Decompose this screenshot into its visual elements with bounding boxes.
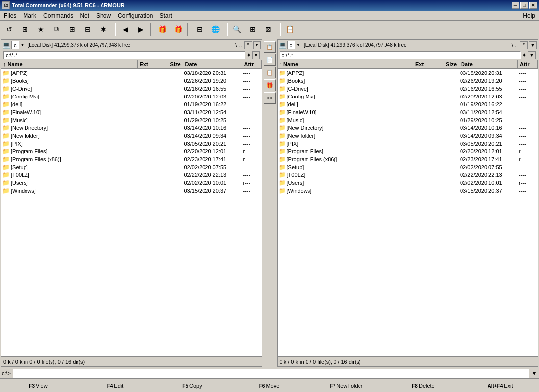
tb-layout-btn[interactable]: ⊞ <box>65 23 79 36</box>
table-row[interactable]: 📁[T00LZ] 02/22/2020 22:13 ---- <box>1 171 262 179</box>
table-row[interactable]: 📁[FinaleW.10] 03/11/2020 12:54 ---- <box>278 108 538 116</box>
menu-commands[interactable]: Commands <box>40 12 76 20</box>
table-row[interactable]: 📁[APPZ] 03/18/2020 20:31 ---- <box>278 69 538 77</box>
left-col-attr[interactable]: Attr <box>242 60 262 68</box>
ms-mail-btn[interactable]: ✉ <box>264 92 276 104</box>
table-row[interactable]: 📁[New folder] 03/14/2020 09:34 ---- <box>278 132 538 140</box>
ms-copy2-btn[interactable]: 📋 <box>264 67 276 78</box>
fkey-f3[interactable]: F3View <box>0 379 77 392</box>
left-drive-letter[interactable]: c <box>11 41 19 49</box>
right-col-name[interactable]: ↑ Name <box>278 60 414 68</box>
fkey-f6[interactable]: F6Move <box>231 379 308 392</box>
tb-props-btn[interactable]: ⊠ <box>261 23 276 36</box>
right-col-date[interactable]: Date <box>459 60 518 68</box>
minimize-button[interactable]: ─ <box>512 2 519 9</box>
table-row[interactable]: 📁[Music] 01/29/2020 10:25 ---- <box>278 116 538 124</box>
tb-grid-btn[interactable]: ⊞ <box>18 23 32 36</box>
fkey-f5[interactable]: F5Copy <box>154 379 231 392</box>
left-file-list[interactable]: ↑ Name Ext Size Date Attr 📁[APPZ] 03/18/… <box>1 60 262 356</box>
table-row[interactable]: 📁[Users] 02/02/2020 10:01 r--- <box>1 179 262 187</box>
right-path-dots[interactable]: .. <box>514 42 519 48</box>
right-drive-letter[interactable]: c <box>287 41 295 49</box>
right-drive-star[interactable]: * <box>520 41 528 49</box>
tb-star2-btn[interactable]: ✱ <box>96 23 111 36</box>
ms-pack-btn[interactable]: 🎁 <box>264 79 276 91</box>
left-col-name[interactable]: ↑ Name <box>1 60 138 68</box>
table-row[interactable]: 📁[New Directory] 03/14/2020 10:16 ---- <box>1 124 262 132</box>
left-col-size[interactable]: Size <box>156 60 183 68</box>
menu-help[interactable]: Help <box>520 12 538 20</box>
close-button[interactable]: ✕ <box>529 2 537 9</box>
left-drive-star[interactable]: * <box>244 41 252 49</box>
menu-start[interactable]: Start <box>156 12 175 20</box>
tb-refresh-btn[interactable]: ↺ <box>2 23 17 36</box>
tb-back-btn[interactable]: ◀ <box>118 23 132 36</box>
table-row[interactable]: 📁[dell] 01/19/2020 16:22 ---- <box>278 100 538 108</box>
menu-files[interactable]: Files <box>1 12 19 20</box>
tb-ftpconn-btn[interactable]: ⊟ <box>192 23 207 36</box>
table-row[interactable]: 📁[Config.Msi] 02/20/2020 12:03 ---- <box>278 93 538 100</box>
table-row[interactable]: 📁[C-Drive] 02/16/2020 16:55 ---- <box>278 85 538 93</box>
tb-minus-btn[interactable]: ⊟ <box>80 23 95 36</box>
tb-fwd-btn[interactable]: ▶ <box>133 23 148 36</box>
table-row[interactable]: 📁[C-Drive] 02/16/2020 16:55 ---- <box>1 85 262 93</box>
fkey-f4[interactable]: F4Edit <box>77 379 154 392</box>
table-row[interactable]: 📁[FinaleW.10] 03/11/2020 12:54 ---- <box>1 108 262 116</box>
tb-ftpurl-btn[interactable]: 🌐 <box>208 23 223 36</box>
ms-doc-btn[interactable]: 📄 <box>264 54 276 66</box>
right-path-star[interactable]: ✦ <box>522 52 527 59</box>
table-row[interactable]: 📁[Books] 02/26/2020 19:20 ---- <box>278 77 538 85</box>
left-drive-arrow[interactable]: ▼ <box>20 43 25 47</box>
left-col-ext[interactable]: Ext <box>138 60 156 68</box>
table-row[interactable]: 📁[Windows] 03/15/2020 20:37 ---- <box>278 187 538 195</box>
left-path-menu[interactable]: ▼ <box>252 51 260 59</box>
fkey-altf4[interactable]: Alt+F4Exit <box>462 379 539 392</box>
table-row[interactable]: 📁[Setup] 02/02/2020 07:55 ---- <box>1 163 262 171</box>
table-row[interactable]: 📁[PIX] 03/05/2020 20:21 ---- <box>1 140 262 147</box>
tb-search-btn[interactable]: 🔍 <box>230 23 244 36</box>
right-col-size[interactable]: Size <box>432 60 459 68</box>
table-row[interactable]: 📁[PIX] 03/05/2020 20:21 ---- <box>278 140 538 147</box>
table-row[interactable]: 📁[Books] 02/26/2020 19:20 ---- <box>1 77 262 85</box>
left-col-date[interactable]: Date <box>183 60 242 68</box>
ms-copy-btn[interactable]: 📋 <box>264 41 276 53</box>
table-row[interactable]: 📁[Program Files] 02/20/2020 12:01 r--- <box>1 147 262 155</box>
cmd-arrow[interactable]: ▼ <box>531 370 537 377</box>
table-row[interactable]: 📁[APPZ] 03/18/2020 20:31 ---- <box>1 69 262 77</box>
table-row[interactable]: 📁[New Directory] 03/14/2020 10:16 ---- <box>278 124 538 132</box>
fkey-f8[interactable]: F8Delete <box>385 379 462 392</box>
table-row[interactable]: 📁[dell] 01/19/2020 16:22 ---- <box>1 100 262 108</box>
fkey-f7[interactable]: F7NewFolder <box>308 379 385 392</box>
table-row[interactable]: 📁[New folder] 03/14/2020 09:34 ---- <box>1 132 262 140</box>
restore-button[interactable]: □ <box>520 2 528 9</box>
tb-pack-btn[interactable]: 🎁 <box>155 23 170 36</box>
right-col-attr[interactable]: Attr <box>518 60 538 68</box>
left-path-text[interactable]: c:\*.* <box>3 51 245 59</box>
table-row[interactable]: 📁[Users] 02/02/2020 10:01 r--- <box>278 179 538 187</box>
left-drive-path-btn[interactable]: ▼ <box>253 41 261 49</box>
menu-show[interactable]: Show <box>93 12 114 20</box>
left-path-star[interactable]: ✦ <box>246 52 251 59</box>
menu-mark[interactable]: Mark <box>20 12 39 20</box>
table-row[interactable]: 📁[Music] 01/29/2020 10:25 ---- <box>1 116 262 124</box>
menu-configuration[interactable]: Configuration <box>115 12 155 20</box>
table-row[interactable]: 📁[Config.Msi] 02/20/2020 12:03 ---- <box>1 93 262 100</box>
table-row[interactable]: 📁[Windows] 03/15/2020 20:37 ---- <box>1 187 262 195</box>
right-drive-path-btn[interactable]: ▼ <box>529 41 537 49</box>
left-path-dots[interactable]: .. <box>238 42 243 48</box>
menu-net[interactable]: Net <box>77 12 92 20</box>
cmd-input[interactable] <box>13 369 529 378</box>
tb-sync-btn[interactable]: ⊞ <box>245 23 260 36</box>
table-row[interactable]: 📁[T00LZ] 02/22/2020 22:13 ---- <box>278 171 538 179</box>
right-drive-arrow[interactable]: ▼ <box>296 43 301 47</box>
right-col-ext[interactable]: Ext <box>413 60 432 68</box>
table-row[interactable]: 📁[Setup] 02/02/2020 07:55 ---- <box>278 163 538 171</box>
tb-clip-btn[interactable]: 📋 <box>282 23 297 36</box>
tb-unpack-btn[interactable]: 🎁 <box>171 23 185 36</box>
tb-star-btn[interactable]: ★ <box>33 23 48 36</box>
table-row[interactable]: 📁[Program Files (x86)] 02/23/2020 17:41 … <box>1 155 262 163</box>
table-row[interactable]: 📁[Program Files] 02/20/2020 12:01 r--- <box>278 147 538 155</box>
right-file-list[interactable]: ↑ Name Ext Size Date Attr 📁[APPZ] 03/18/… <box>278 60 538 356</box>
tb-copy2-btn[interactable]: ⧉ <box>49 23 64 36</box>
right-path-text[interactable]: c:\*.* <box>280 51 521 59</box>
